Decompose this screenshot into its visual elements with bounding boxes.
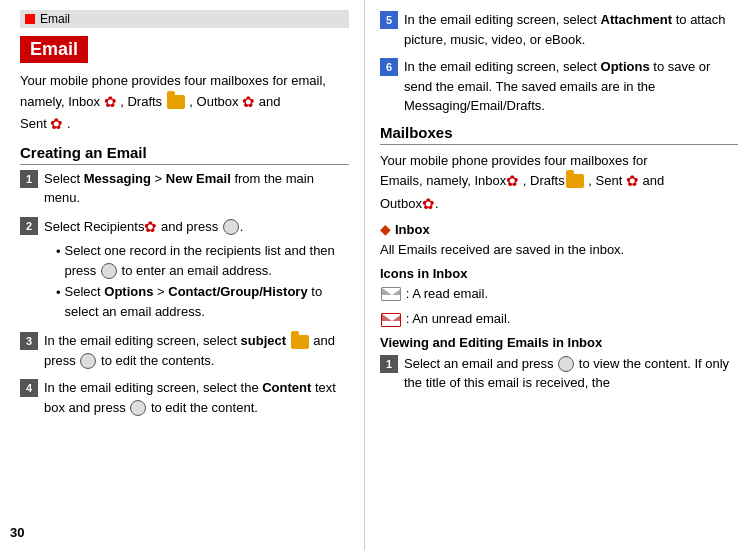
viewing-step-1: 1 Select an email and press to view the … bbox=[380, 354, 738, 393]
page-title: Email bbox=[40, 12, 70, 26]
red-square-icon bbox=[25, 14, 35, 24]
step-3-number: 3 bbox=[20, 332, 38, 350]
step-6: 6 In the email editing screen, select Op… bbox=[380, 57, 738, 116]
bullet-2: • Select Options > Contact/Group/History… bbox=[56, 282, 349, 321]
diamond-icon: ◆ bbox=[380, 221, 391, 237]
step-5: 5 In the email editing screen, select At… bbox=[380, 10, 738, 49]
page-number: 30 bbox=[10, 525, 24, 540]
section-creating-heading: Creating an Email bbox=[20, 144, 349, 165]
step-2-number: 2 bbox=[20, 217, 38, 235]
step-1-text: Select Messaging > New Email from the ma… bbox=[44, 169, 349, 208]
read-mail-icon bbox=[381, 287, 401, 301]
left-column: Email Email Your mobile phone provides f… bbox=[0, 0, 365, 550]
email-box-label: Email bbox=[30, 39, 78, 59]
view-btn bbox=[558, 356, 574, 372]
email-header-box: Email bbox=[20, 36, 88, 63]
page-title-bar: Email bbox=[20, 10, 349, 28]
step-3: 3 In the email editing screen, select su… bbox=[20, 331, 349, 370]
press-btn-2 bbox=[101, 263, 117, 279]
step-6-text: In the email editing screen, select Opti… bbox=[404, 57, 738, 116]
step-4: 4 In the email editing screen, select th… bbox=[20, 378, 349, 417]
intro-and: and bbox=[259, 93, 281, 108]
step-2-text: Select Recipients✿ and press . • Select … bbox=[44, 216, 349, 324]
viewing-step-1-text: Select an email and press to view the co… bbox=[404, 354, 738, 393]
inbox-heading: ◆ Inbox bbox=[380, 221, 738, 237]
intro-period: . bbox=[67, 116, 71, 131]
step-2: 2 Select Recipients✿ and press . • Selec… bbox=[20, 216, 349, 324]
intro-sent: Sent bbox=[20, 116, 47, 131]
mailboxes-intro: Your mobile phone provides four mailboxe… bbox=[380, 151, 738, 216]
drafts-icon-2 bbox=[566, 174, 584, 188]
outbox-flower-icon: ✿ bbox=[242, 91, 255, 114]
subject-icon bbox=[291, 335, 309, 349]
inbox-icon-2: ✿ bbox=[506, 170, 519, 193]
step-6-number: 6 bbox=[380, 58, 398, 76]
sent-icon-2: ✿ bbox=[626, 170, 639, 193]
step-4-number: 4 bbox=[20, 379, 38, 397]
step-5-text: In the email editing screen, select Atta… bbox=[404, 10, 738, 49]
icon1-desc: : A read email. bbox=[380, 284, 738, 304]
viewing-heading: Viewing and Editing Emails in Inbox bbox=[380, 335, 738, 350]
inbox-flower-icon: ✿ bbox=[104, 91, 117, 114]
intro-text2: namely, Inbox bbox=[20, 93, 104, 108]
unread-mail-icon bbox=[381, 313, 401, 327]
step-4-text: In the email editing screen, select the … bbox=[44, 378, 349, 417]
press-btn-3 bbox=[80, 353, 96, 369]
intro-outbox: , Outbox bbox=[189, 93, 242, 108]
sent-flower-icon: ✿ bbox=[50, 113, 63, 136]
viewing-step-1-number: 1 bbox=[380, 355, 398, 373]
press-btn-1 bbox=[223, 219, 239, 235]
inbox-desc: All Emails received are saved in the inb… bbox=[380, 240, 738, 260]
outbox-icon-2: ✿ bbox=[422, 193, 435, 216]
step-1-number: 1 bbox=[20, 170, 38, 188]
press-btn-4 bbox=[130, 400, 146, 416]
icon2-desc: : An unread email. bbox=[380, 309, 738, 329]
mailboxes-heading: Mailboxes bbox=[380, 124, 738, 145]
bullet-1: • Select one record in the recipients li… bbox=[56, 241, 349, 280]
right-column: 5 In the email editing screen, select At… bbox=[365, 0, 753, 550]
inbox-label: Inbox bbox=[395, 222, 430, 237]
step-3-text: In the email editing screen, select subj… bbox=[44, 331, 349, 370]
step-1: 1 Select Messaging > New Email from the … bbox=[20, 169, 349, 208]
icons-heading: Icons in Inbox bbox=[380, 266, 738, 281]
step-5-number: 5 bbox=[380, 11, 398, 29]
intro-text: Your mobile phone provides four mailboxe… bbox=[20, 73, 326, 88]
drafts-folder-icon bbox=[167, 95, 185, 109]
step-2-bullets: • Select one record in the recipients li… bbox=[56, 241, 349, 321]
intro-drafts: , Drafts bbox=[120, 93, 166, 108]
intro-paragraph: Your mobile phone provides four mailboxe… bbox=[20, 71, 349, 136]
recipients-icon: ✿ bbox=[144, 216, 157, 239]
